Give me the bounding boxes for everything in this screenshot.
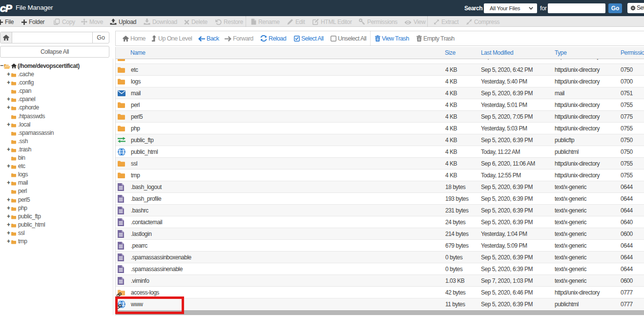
- svg-text:cP: cP: [0, 2, 13, 14]
